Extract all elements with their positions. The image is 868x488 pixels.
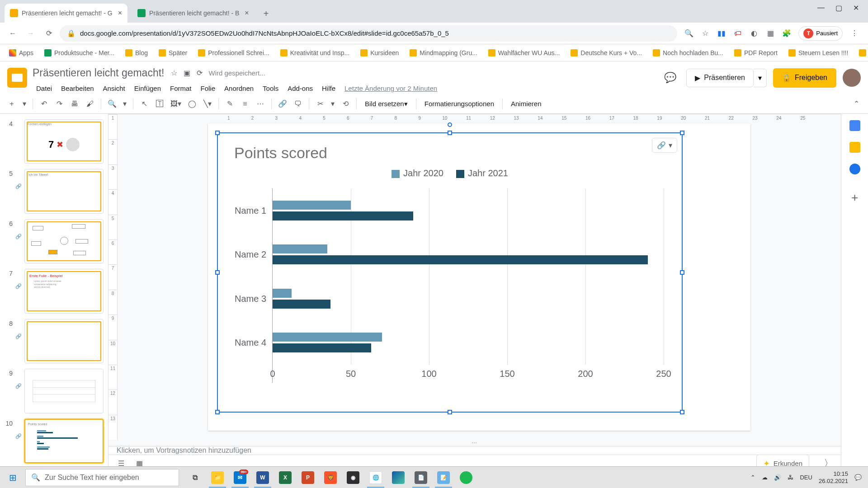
user-profile-chip[interactable]: T Pausiert	[798, 26, 843, 41]
animate-button[interactable]: Animieren	[506, 97, 546, 111]
extension-icon[interactable]: ▦	[766, 29, 775, 38]
start-button[interactable]: ⊞	[0, 467, 25, 488]
bookmark-item[interactable]: PDF Report	[731, 47, 781, 58]
comment-add-button[interactable]: 🗨	[291, 97, 305, 111]
present-button[interactable]: ▶ Präsentieren	[686, 69, 754, 87]
move-folder-icon[interactable]: ▣	[184, 69, 190, 77]
forward-button[interactable]: →	[24, 26, 38, 41]
extensions-puzzle-icon[interactable]: 🧩	[782, 29, 791, 38]
menu-datei[interactable]: Datei	[33, 83, 56, 94]
notes-resize-handle[interactable]: ⋯	[108, 440, 841, 446]
filmstrip-view-icon[interactable]: ☰	[116, 458, 127, 467]
brave-icon[interactable]: 🦁	[319, 467, 342, 488]
edge-icon[interactable]	[387, 467, 410, 488]
textbox-tool[interactable]: 🅃	[152, 97, 167, 111]
resize-handle[interactable]	[215, 270, 220, 275]
extension-icon[interactable]: 🏷	[733, 29, 742, 38]
slide-thumb-8[interactable]: 8 🔗	[0, 316, 108, 366]
shape-tool[interactable]: ◯	[185, 97, 199, 111]
menu-hilfe[interactable]: Hilfe	[318, 83, 339, 94]
mask-dropdown[interactable]: ▾	[328, 97, 337, 111]
grid-view-icon[interactable]: ▦	[134, 458, 145, 467]
bookmark-item[interactable]: Wahlfächer WU Aus...	[485, 47, 563, 58]
mail-icon[interactable]: ✉99+	[229, 467, 251, 488]
extension-icon[interactable]: ◐	[750, 29, 759, 38]
new-slide-button[interactable]: +	[5, 97, 19, 111]
spotify-icon[interactable]	[455, 467, 477, 488]
add-addon-button[interactable]: +	[851, 191, 858, 205]
reload-button[interactable]: ⟳	[42, 26, 56, 41]
bookmark-item[interactable]: Professionell Schrei...	[194, 47, 273, 58]
bookmark-item[interactable]: Noch hochladen Bu...	[649, 47, 727, 58]
star-icon[interactable]: ☆	[171, 69, 177, 77]
onedrive-icon[interactable]: ☁	[762, 474, 768, 481]
browser-tab-inactive[interactable]: Präsentieren leicht gemacht! - B ×	[132, 4, 255, 23]
crop-button[interactable]: ✂	[313, 97, 327, 111]
rotation-handle[interactable]	[448, 122, 452, 127]
slides-logo-icon[interactable]	[7, 68, 27, 88]
comments-icon[interactable]: 💬	[660, 68, 680, 88]
new-slide-dropdown[interactable]: ▾	[20, 97, 29, 111]
browser-tab-active[interactable]: Präsentieren leicht gemacht! - G ×	[5, 4, 127, 23]
taskbar-search[interactable]: 🔍 Zur Suche Text hier eingeben	[25, 469, 179, 486]
vertical-ruler[interactable]: 12345678910111213	[108, 114, 118, 440]
explorer-icon[interactable]: 📁	[206, 467, 229, 488]
menu-ansicht[interactable]: Ansicht	[99, 83, 129, 94]
slide-stage[interactable]: 🔗 ▾ Points scored Jahr 2020 Jahr 2021 05…	[118, 114, 841, 440]
image-tool[interactable]: 🖼▾	[168, 97, 184, 111]
linked-chart-chip[interactable]: 🔗 ▾	[652, 138, 677, 153]
close-tab-icon[interactable]: ×	[118, 9, 122, 17]
border-color-button[interactable]: ✎	[222, 97, 237, 111]
slide-thumb-9[interactable]: 9 🔗	[0, 366, 108, 416]
task-view-icon[interactable]: ⧉	[184, 467, 206, 488]
back-button[interactable]: ←	[5, 26, 20, 41]
word-icon[interactable]: W	[251, 467, 274, 488]
select-tool[interactable]: ↖	[137, 97, 151, 111]
resize-handle[interactable]	[448, 131, 452, 135]
minimize-icon[interactable]: —	[817, 4, 825, 12]
explore-button[interactable]: ✦ Erkunden	[756, 455, 809, 467]
close-window-icon[interactable]: ✕	[853, 4, 859, 12]
replace-image-button[interactable]: Bild ersetzen ▾	[360, 97, 412, 111]
slide-thumb-4[interactable]: 4 Formen einfügen 7✖	[0, 117, 108, 166]
paint-format-button[interactable]: 🖌	[83, 97, 97, 111]
obs-icon[interactable]: ◉	[342, 467, 364, 488]
menu-folie[interactable]: Folie	[197, 83, 219, 94]
speaker-notes[interactable]: Klicken, um Vortragsnotizen hinzuzufügen	[108, 446, 841, 455]
menu-tools[interactable]: Tools	[259, 83, 282, 94]
new-tab-button[interactable]: +	[260, 5, 273, 23]
document-title[interactable]: Präsentieren leicht gemacht!	[33, 67, 165, 79]
print-button[interactable]: 🖶	[67, 97, 82, 111]
bookmark-item[interactable]: Kursideen	[357, 47, 402, 58]
close-tab-icon[interactable]: ×	[245, 9, 249, 17]
tasks-addon-icon[interactable]	[849, 164, 860, 174]
zoom-dropdown[interactable]: ▾	[120, 97, 129, 111]
url-input[interactable]: 🔒 docs.google.com/presentation/d/1yV372S…	[60, 25, 677, 42]
border-weight-button[interactable]: ≡	[238, 97, 252, 111]
profile-avatar[interactable]	[843, 69, 861, 87]
line-tool[interactable]: ╲▾	[200, 97, 215, 111]
collapse-toolbar-icon[interactable]: ⌃	[849, 97, 863, 111]
resize-handle[interactable]	[215, 131, 220, 135]
menu-addons[interactable]: Add-ons	[284, 83, 316, 94]
bookmark-item[interactable]: Blog	[122, 47, 151, 58]
chart-object-selected[interactable]: 🔗 ▾ Points scored Jahr 2020 Jahr 2021 05…	[217, 132, 683, 413]
bookmark-item[interactable]: Mindmapping (Gru...	[406, 47, 481, 58]
powerpoint-icon[interactable]: P	[297, 467, 319, 488]
share-button[interactable]: 🔒 Freigeben	[773, 68, 836, 88]
bookmark-item[interactable]: Steuern Videos wic...	[855, 47, 868, 58]
chrome-icon[interactable]: 🌐	[364, 467, 387, 488]
undo-button[interactable]: ↶	[37, 97, 51, 111]
app-icon[interactable]: 📄	[410, 467, 432, 488]
slide-thumb-6[interactable]: 6 🔗	[0, 216, 108, 266]
zoom-button[interactable]: 🔍	[105, 97, 119, 111]
format-options-button[interactable]: Formatierungsoptionen	[420, 97, 499, 111]
bookmark-item[interactable]: Kreativität und Insp...	[277, 47, 354, 58]
bookmark-item[interactable]: Steuern Lesen !!!!	[785, 47, 852, 58]
side-panel-toggle-icon[interactable]: 〉	[824, 457, 834, 467]
apps-bookmark[interactable]: Apps	[5, 47, 37, 58]
resize-handle[interactable]	[680, 131, 684, 135]
language-indicator[interactable]: DEU	[800, 474, 812, 481]
clock[interactable]: 10:15 26.02.2021	[819, 470, 848, 484]
slide-canvas[interactable]: 🔗 ▾ Points scored Jahr 2020 Jahr 2021 05…	[208, 123, 750, 431]
